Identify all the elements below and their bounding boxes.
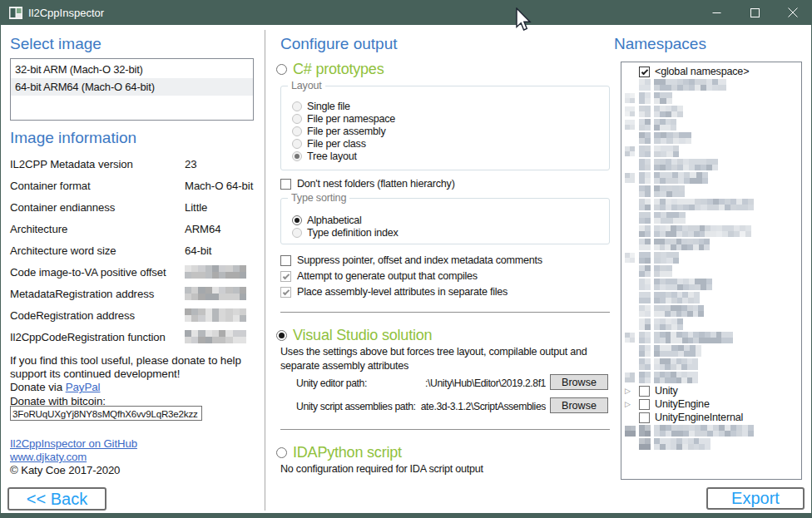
redacted-expander <box>625 253 635 263</box>
redacted-value <box>185 287 246 300</box>
expander-icon[interactable]: ▷ <box>625 387 631 395</box>
namespace-row[interactable] <box>621 331 801 344</box>
output-checkbox[interactable] <box>280 287 291 298</box>
output-checkbox-row[interactable]: Attempt to generate output that compiles <box>280 269 478 283</box>
window-left-border <box>0 0 1 518</box>
layout-option[interactable]: File per assembly <box>281 125 609 137</box>
namespace-row[interactable] <box>621 145 801 158</box>
website-link[interactable]: www.djkaty.com <box>10 451 87 463</box>
namespace-checkbox[interactable] <box>639 412 650 423</box>
output-checkbox-label: Place assembly-level attributes in separ… <box>297 286 508 298</box>
app-icon <box>9 7 22 19</box>
maximize-button[interactable] <box>735 0 774 25</box>
namespace-row[interactable] <box>621 211 801 224</box>
visual-studio-radio-circle[interactable] <box>276 330 287 341</box>
namespace-row[interactable]: <global namespace> <box>621 65 801 78</box>
info-label: Container endianness <box>10 201 185 214</box>
github-link[interactable]: Il2CppInspector on GitHub <box>10 437 137 450</box>
image-list-item[interactable]: 64-bit ARM64 (Mach-O 64-bit) <box>11 78 253 96</box>
namespace-row[interactable] <box>621 344 801 358</box>
export-button[interactable]: Export <box>706 487 805 510</box>
sorting-option-label: Type definition index <box>307 227 399 239</box>
namespace-row[interactable] <box>621 358 801 371</box>
csharp-prototypes-label: C# prototypes <box>293 61 384 78</box>
namespace-row[interactable] <box>621 105 801 118</box>
output-checkbox-row[interactable]: Suppress pointer, offset and index metad… <box>280 254 542 267</box>
layout-radio-circle[interactable] <box>292 101 302 111</box>
namespace-checkbox[interactable] <box>639 399 650 410</box>
namespace-row[interactable] <box>621 171 801 185</box>
flatten-checkbox[interactable] <box>280 179 291 190</box>
paypal-link[interactable]: PayPal <box>66 381 101 393</box>
output-checkbox[interactable] <box>280 255 291 266</box>
namespace-row[interactable]: ▷Unity <box>621 384 801 397</box>
namespace-row[interactable] <box>621 251 801 264</box>
minimize-button[interactable] <box>697 0 735 25</box>
sorting-option[interactable]: Alphabetical <box>281 214 609 226</box>
info-row: Architecture word size64-bit <box>10 239 255 261</box>
layout-option[interactable]: Single file <box>281 100 609 112</box>
output-checkbox[interactable] <box>280 271 291 282</box>
namespace-row[interactable] <box>621 224 801 238</box>
namespace-row[interactable] <box>621 118 801 131</box>
layout-radio-circle[interactable] <box>292 114 302 124</box>
image-list-item[interactable]: 32-bit ARM (Mach-O 32-bit) <box>11 61 253 78</box>
idapython-radio-circle[interactable] <box>276 447 287 458</box>
namespace-row[interactable] <box>621 78 801 91</box>
namespace-checkbox[interactable] <box>639 67 650 77</box>
visual-studio-radio[interactable]: Visual Studio solution <box>276 324 432 346</box>
unity-script-browse-button[interactable]: Browse <box>550 397 608 413</box>
expander-icon[interactable]: ▷ <box>625 400 631 408</box>
layout-option[interactable]: Tree layout <box>281 150 609 162</box>
namespace-checkbox[interactable] <box>639 386 650 397</box>
namespace-row[interactable] <box>621 291 801 304</box>
redacted-namespace <box>654 239 710 250</box>
sorting-radio-circle[interactable] <box>292 228 302 238</box>
output-checkbox-row[interactable]: Place assembly-level attributes in separ… <box>280 285 508 298</box>
redacted-checkbox <box>639 79 651 91</box>
namespace-row[interactable] <box>621 318 801 331</box>
csharp-prototypes-radio[interactable]: C# prototypes <box>276 58 384 80</box>
flatten-label: Don't nest folders (flatten hierarchy) <box>297 178 455 190</box>
namespaces-listbox[interactable]: <global namespace>▷Unity▷UnityEngineUnit… <box>621 62 802 480</box>
unity-editor-browse-button[interactable]: Browse <box>550 374 608 390</box>
image-listbox[interactable]: 32-bit ARM (Mach-O 32-bit)64-bit ARM64 (… <box>10 58 254 121</box>
back-button[interactable]: << Back <box>7 487 106 511</box>
layout-radio-circle[interactable] <box>292 151 302 161</box>
namespace-row[interactable] <box>621 91 801 105</box>
flatten-checkbox-row[interactable]: Don't nest folders (flatten hierarchy) <box>280 177 455 190</box>
namespace-row[interactable] <box>621 424 801 437</box>
layout-radio-circle[interactable] <box>292 139 302 149</box>
namespace-row[interactable] <box>621 158 801 171</box>
idapython-radio[interactable]: IDAPython script <box>276 442 402 463</box>
mouse-cursor <box>516 7 532 32</box>
namespace-row[interactable] <box>621 371 801 384</box>
csharp-radio-circle[interactable] <box>276 64 287 75</box>
layout-option[interactable]: File per namespace <box>281 112 609 125</box>
layout-radio-circle[interactable] <box>292 126 302 136</box>
namespace-row[interactable] <box>621 238 801 251</box>
namespace-row[interactable] <box>621 264 801 278</box>
namespace-row[interactable] <box>621 131 801 145</box>
namespace-row[interactable] <box>621 278 801 291</box>
sorting-option[interactable]: Type definition index <box>281 226 609 239</box>
expander-slot <box>625 211 639 224</box>
expander-slot <box>625 105 639 118</box>
layout-option-label: File per namespace <box>307 113 395 125</box>
namespace-row[interactable]: ▷UnityEngine <box>621 397 801 411</box>
redacted-checkbox <box>639 332 651 343</box>
namespace-row[interactable] <box>621 198 801 211</box>
expander-slot <box>625 198 639 211</box>
layout-option-label: File per assembly <box>307 126 385 137</box>
namespace-row[interactable] <box>621 185 801 198</box>
layout-option[interactable]: File per class <box>281 137 609 150</box>
expander-slot <box>625 344 639 358</box>
sorting-radio-circle[interactable] <box>292 215 302 225</box>
bitcoin-address-input[interactable] <box>10 406 202 421</box>
namespace-row[interactable] <box>621 437 801 451</box>
close-button[interactable] <box>774 0 812 25</box>
namespace-row[interactable] <box>621 304 801 318</box>
expander-slot <box>625 358 639 371</box>
donation-line-1: If you find this tool useful, please don… <box>10 354 241 368</box>
namespace-row[interactable]: UnityEngineInternal <box>621 411 801 424</box>
